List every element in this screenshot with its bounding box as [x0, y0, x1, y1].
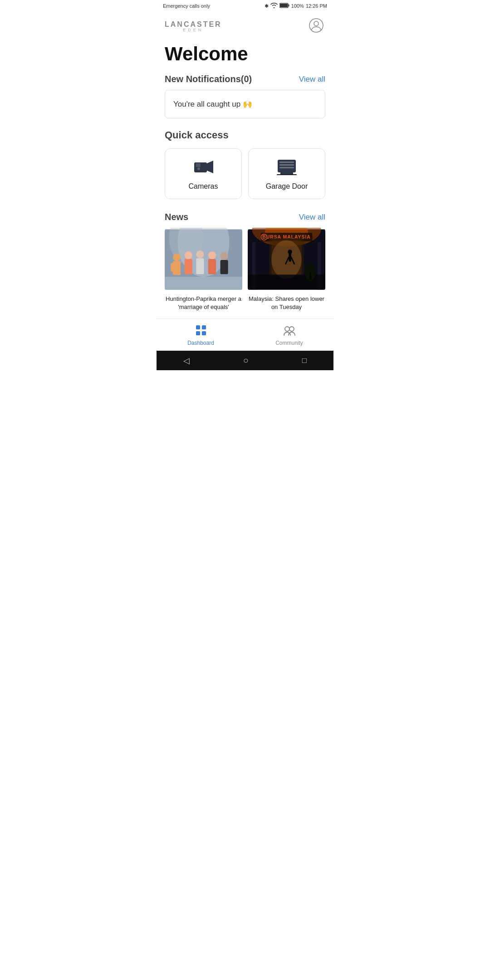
notifications-view-all[interactable]: View all	[299, 75, 325, 84]
quick-access-grid: Cameras Garage Door	[165, 148, 325, 199]
time: 12:26 PM	[306, 3, 327, 9]
main-content: Welcome New Notifications(0) View all Yo…	[157, 39, 333, 318]
svg-rect-48	[309, 273, 311, 280]
android-navbar: ◁ ○ □	[157, 351, 333, 370]
news-card-1[interactable]: Huntington-Paprika merger a 'marriage of…	[165, 228, 242, 311]
svg-point-53	[285, 327, 289, 331]
svg-point-24	[196, 250, 204, 258]
svg-point-4	[314, 21, 318, 26]
quick-access-section: Quick access Cameras	[165, 129, 325, 199]
status-bar: Emergency calls only ✱ 100% 12:26 PM	[157, 0, 333, 12]
app-header: LANCASTER EDEN	[157, 12, 333, 39]
svg-rect-14	[277, 174, 297, 175]
notifications-header: New Notifications(0) View all	[165, 74, 325, 84]
dashboard-label: Dashboard	[187, 340, 214, 346]
bottom-nav: Dashboard Community	[157, 318, 333, 351]
user-profile-button[interactable]	[307, 16, 325, 36]
svg-point-18	[173, 254, 181, 261]
status-right: ✱ 100% 12:26 PM	[265, 3, 327, 9]
recents-button[interactable]: □	[302, 356, 307, 365]
battery-icon	[279, 3, 289, 9]
community-label: Community	[275, 340, 303, 346]
nav-item-dashboard[interactable]: Dashboard	[157, 323, 245, 348]
svg-rect-30	[165, 277, 242, 290]
svg-point-54	[289, 327, 294, 331]
status-emergency: Emergency calls only	[163, 3, 210, 9]
community-icon	[283, 324, 296, 338]
news-title-2: Malaysia: Shares open lower on Tuesday	[248, 295, 325, 311]
notification-empty-text: You're all caught up 🙌	[173, 100, 252, 108]
svg-rect-21	[176, 263, 180, 272]
svg-point-8	[197, 167, 200, 170]
news-card-2[interactable]: BURSA MALAYSIA	[248, 228, 325, 311]
svg-rect-29	[220, 260, 228, 274]
notification-empty-card: You're all caught up 🙌	[165, 90, 325, 118]
news-view-all[interactable]: View all	[299, 213, 325, 222]
svg-rect-11	[279, 164, 294, 166]
logo: LANCASTER EDEN	[165, 20, 222, 32]
notifications-title: New Notifications(0)	[165, 74, 252, 84]
cameras-card[interactable]: Cameras	[165, 148, 242, 199]
wifi-icon	[270, 3, 278, 9]
svg-rect-10	[279, 162, 294, 163]
svg-rect-27	[208, 259, 216, 274]
svg-rect-52	[202, 331, 206, 335]
news-image-1	[165, 228, 242, 291]
svg-rect-12	[279, 167, 294, 168]
svg-rect-49	[196, 325, 200, 329]
news-section: News View all	[165, 212, 325, 311]
svg-rect-23	[185, 259, 192, 274]
nav-item-community[interactable]: Community	[245, 323, 333, 348]
svg-point-43	[288, 250, 292, 254]
welcome-title: Welcome	[165, 43, 325, 65]
news-title-1: Huntington-Paprika merger a 'marriage of…	[165, 295, 242, 311]
news-header: News View all	[165, 212, 325, 222]
svg-point-28	[220, 252, 228, 260]
garage-icon	[277, 159, 297, 177]
svg-point-22	[185, 251, 192, 259]
svg-point-26	[208, 251, 216, 259]
quick-access-title: Quick access	[165, 129, 325, 141]
news-title: News	[165, 212, 188, 222]
svg-rect-51	[196, 331, 200, 335]
svg-point-41	[271, 240, 302, 279]
dashboard-icon	[195, 324, 207, 338]
svg-rect-2	[280, 4, 288, 7]
cameras-label: Cameras	[189, 182, 218, 191]
bluetooth-icon: ✱	[265, 3, 269, 9]
logo-name: LANCASTER	[165, 20, 222, 29]
news-image-2: BURSA MALAYSIA	[248, 228, 325, 291]
battery-percent: 100%	[291, 3, 304, 9]
svg-marker-6	[207, 161, 213, 173]
camera-icon	[193, 159, 213, 177]
news-grid: Huntington-Paprika merger a 'marriage of…	[165, 228, 325, 311]
svg-rect-1	[288, 5, 289, 7]
svg-rect-20	[171, 263, 174, 272]
back-button[interactable]: ◁	[183, 356, 190, 366]
svg-rect-25	[196, 258, 204, 274]
home-button[interactable]: ○	[243, 355, 249, 366]
svg-rect-50	[202, 325, 206, 329]
svg-rect-7	[196, 163, 201, 167]
garage-door-label: Garage Door	[266, 182, 308, 191]
garage-door-card[interactable]: Garage Door	[248, 148, 325, 199]
